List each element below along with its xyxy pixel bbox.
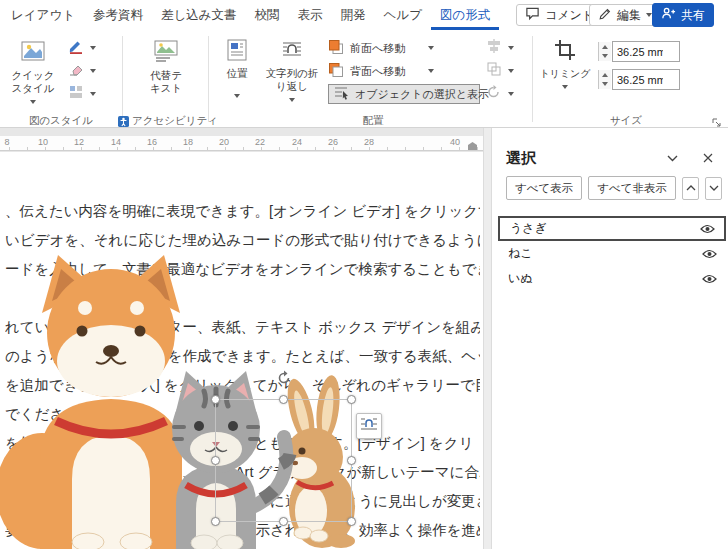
resize-handle-left[interactable] (211, 456, 220, 465)
chevron-down-icon (90, 69, 96, 73)
resize-handle-top-left[interactable] (211, 395, 220, 404)
selection-item-dog[interactable]: いぬ (498, 266, 726, 291)
height-spinner[interactable] (598, 42, 611, 61)
group-divider (208, 36, 209, 122)
shape-height-input[interactable] (612, 41, 680, 62)
spin-down-icon[interactable] (599, 80, 611, 90)
resize-handle-top[interactable] (279, 395, 288, 404)
resize-handle-bottom-right[interactable] (347, 517, 356, 526)
picture-border-button[interactable] (68, 38, 118, 58)
tab-references[interactable]: 参考資料 (84, 0, 152, 30)
ruler-number: 22 (249, 137, 271, 147)
send-backward-button[interactable]: 背面へ移動 (328, 61, 434, 81)
pane-close-icon[interactable] (698, 148, 718, 168)
rotate-handle[interactable] (276, 370, 292, 386)
indent-marker[interactable] (468, 142, 477, 150)
dog-image[interactable] (0, 255, 182, 549)
move-down-button[interactable] (705, 177, 722, 200)
hide-all-button[interactable]: すべて非表示 (588, 176, 676, 200)
word-window: レイアウト 参考資料 差し込み文書 校閲 表示 開発 ヘルプ 図の形式 コメント… (0, 0, 728, 549)
chevron-down-icon (234, 94, 240, 98)
position-button[interactable]: 位置 (214, 36, 260, 112)
show-all-button[interactable]: すべて表示 (506, 176, 582, 200)
layout-options-icon (360, 415, 378, 437)
spin-up-icon[interactable] (599, 70, 611, 80)
wrap-text-label-1: 文字列の折 (262, 67, 322, 80)
ribbon-tab-bar: レイアウト 参考資料 差し込み文書 校閲 表示 開発 ヘルプ 図の形式 コメント… (0, 0, 728, 30)
bring-forward-button[interactable]: 前面へ移動 (328, 38, 434, 58)
ruler-number: 26 (322, 137, 344, 147)
tab-help[interactable]: ヘルプ (375, 0, 431, 30)
group-label-arrange: 配置 (214, 114, 532, 128)
group-label-size: サイズ (538, 114, 714, 128)
editing-mode-button[interactable]: 編集 (589, 4, 661, 26)
crop-button[interactable]: トリミング (538, 36, 592, 112)
group-label-accessibility-wrap: アクセシビリティ (122, 114, 214, 128)
selection-pane-title: 選択 (506, 149, 662, 168)
width-spinner[interactable] (598, 70, 611, 89)
tab-picture-format[interactable]: 図の形式 (431, 0, 499, 30)
selection-pane-button[interactable]: オブジェクトの選択と表示 (328, 84, 480, 104)
alt-text-icon (128, 38, 204, 66)
visibility-eye-icon[interactable] (702, 249, 717, 259)
selection-item-label: うさぎ (510, 220, 547, 237)
chevron-down-icon (289, 98, 295, 102)
group-label-picture-styles: 図のスタイル (4, 114, 118, 128)
crop-icon (538, 38, 592, 64)
group-objects-button[interactable] (486, 61, 526, 81)
visibility-eye-icon[interactable] (702, 274, 717, 284)
group-divider (122, 36, 123, 122)
selection-pane-list: うさぎ ねこ いぬ (498, 216, 726, 291)
selection-item-rabbit[interactable]: うさぎ (498, 216, 726, 241)
tab-review[interactable]: 校閲 (246, 0, 289, 30)
spin-down-icon[interactable] (599, 52, 611, 62)
align-objects-button[interactable] (486, 38, 526, 58)
move-up-button[interactable] (682, 177, 699, 200)
resize-handle-bottom-left[interactable] (211, 517, 220, 526)
rotate-objects-button[interactable] (486, 84, 526, 104)
group-objects-icon (486, 61, 502, 81)
picture-layout-button[interactable] (68, 84, 118, 104)
document-workspace: 8 10 12 14 16 18 20 22 24 26 28 40 、伝えたい… (0, 128, 728, 549)
selection-pane-icon (333, 85, 349, 103)
quick-styles-label-1: クイック (4, 69, 62, 82)
tab-view[interactable]: 表示 (289, 0, 332, 30)
resize-handle-top-right[interactable] (347, 395, 356, 404)
quick-styles-button[interactable]: クイック スタイル (4, 36, 62, 112)
crop-label: トリミング (538, 67, 592, 80)
chevron-down-icon (508, 69, 514, 73)
rotate-icon (486, 84, 502, 104)
tab-mailings[interactable]: 差し込み文書 (152, 0, 246, 30)
position-icon (214, 38, 260, 64)
share-person-icon (661, 6, 676, 24)
position-label: 位置 (214, 67, 260, 80)
resize-handle-bottom[interactable] (279, 517, 288, 526)
alt-text-label-2: キスト (128, 82, 204, 95)
selection-item-label: いぬ (508, 270, 533, 287)
tab-layout[interactable]: レイアウト (2, 0, 84, 30)
chevron-down-icon (30, 100, 36, 104)
pane-chevron-down-icon[interactable] (662, 148, 682, 168)
document-text-line: 、伝えたい内容を明確に表現できます。[オンライン ビデオ] をクリックす (5, 197, 480, 226)
ruler-number: 12 (68, 137, 90, 147)
resize-handle-right[interactable] (347, 456, 356, 465)
alt-text-button[interactable]: 代替テ キスト (128, 36, 204, 112)
wrap-text-button[interactable]: 文字列の折 り返し (262, 36, 322, 112)
visibility-eye-icon[interactable] (700, 224, 715, 234)
ribbon: クイック スタイル 図のスタイル 代替テ キスト アクセシビリティ (0, 30, 728, 128)
document-page[interactable]: 、伝えたい内容を明確に表現できます。[オンライン ビデオ] をクリックす いビデ… (0, 152, 483, 549)
spin-up-icon[interactable] (599, 42, 611, 52)
picture-effects-button[interactable] (68, 61, 118, 81)
tab-developer[interactable]: 開発 (332, 0, 375, 30)
vertical-scrollbar[interactable] (483, 128, 492, 549)
ruler-number: 18 (177, 137, 199, 147)
selection-item-cat[interactable]: ねこ (498, 241, 726, 266)
eraser-icon (68, 61, 84, 81)
wrap-text-label-2: り返し (262, 80, 322, 93)
layout-options-button[interactable] (356, 413, 382, 439)
selection-pane: 選択 すべて表示 すべて非表示 うさぎ ねこ (492, 128, 728, 549)
quick-styles-label-2: スタイル (4, 82, 62, 95)
share-button[interactable]: 共有 (652, 3, 714, 27)
shape-width-input[interactable] (612, 69, 680, 90)
chevron-down-icon (428, 69, 434, 73)
